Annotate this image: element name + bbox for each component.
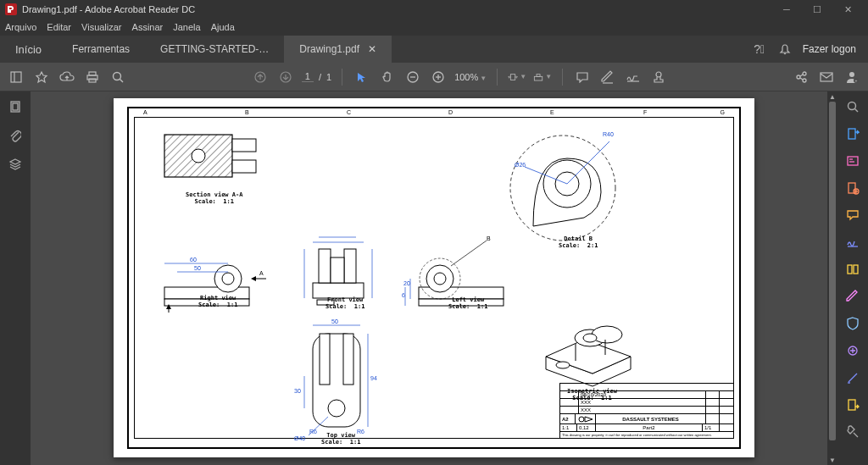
svg-rect-56 bbox=[319, 249, 331, 283]
menu-ajuda[interactable]: Ajuda bbox=[211, 22, 235, 32]
svg-point-44 bbox=[222, 273, 234, 285]
attachments-icon[interactable] bbox=[7, 127, 24, 144]
svg-rect-105 bbox=[848, 265, 852, 274]
more-tools-icon[interactable] bbox=[844, 423, 861, 440]
sign-icon[interactable] bbox=[624, 68, 643, 86]
export-pdf-icon[interactable] bbox=[844, 125, 861, 142]
thumbnails-icon[interactable] bbox=[7, 98, 24, 115]
sign-tool-icon[interactable] bbox=[844, 369, 861, 386]
pdf-page: A B C D E F G Section view A-A Scale: 1:… bbox=[114, 98, 754, 457]
svg-line-95 bbox=[855, 109, 859, 113]
bell-icon[interactable] bbox=[777, 42, 793, 57]
svg-text:B: B bbox=[487, 236, 491, 241]
tab-drawing1[interactable]: Drawing1.pdf✕ bbox=[284, 36, 392, 63]
organize-icon[interactable] bbox=[844, 261, 861, 278]
svg-rect-58 bbox=[331, 257, 344, 283]
menu-arquivo[interactable]: Arquivo bbox=[5, 22, 36, 32]
help-icon[interactable]: ?⃝ bbox=[752, 42, 767, 57]
svg-line-24 bbox=[800, 78, 803, 80]
cloud-upload-icon[interactable] bbox=[58, 68, 76, 86]
scrollbar-thumb[interactable] bbox=[829, 102, 836, 440]
page-down-icon[interactable] bbox=[276, 68, 295, 86]
svg-text:20: 20 bbox=[403, 280, 410, 286]
section-view-label: Section view A-A Scale: 1:1 bbox=[186, 192, 242, 205]
svg-rect-0 bbox=[11, 72, 21, 82]
svg-text:50: 50 bbox=[194, 265, 201, 271]
zoom-value[interactable]: 100%▼ bbox=[454, 72, 487, 82]
stamp-icon[interactable] bbox=[649, 68, 668, 86]
zoom-in-icon[interactable] bbox=[429, 68, 448, 86]
protect-icon[interactable] bbox=[844, 315, 861, 332]
svg-point-90 bbox=[592, 326, 622, 343]
close-window-button[interactable]: ✕ bbox=[832, 0, 863, 19]
svg-rect-15 bbox=[535, 76, 542, 80]
menu-assinar[interactable]: Assinar bbox=[132, 22, 164, 32]
maximize-button[interactable]: ☐ bbox=[802, 0, 832, 19]
svg-rect-97 bbox=[848, 157, 858, 165]
edit-pdf-icon[interactable] bbox=[844, 152, 861, 169]
search-icon[interactable] bbox=[108, 68, 127, 86]
window-title: Drawing1.pdf - Adobe Acrobat Reader DC bbox=[22, 4, 771, 14]
svg-marker-50 bbox=[251, 276, 256, 281]
print-icon[interactable] bbox=[83, 68, 102, 86]
sidebar-toggle-icon[interactable] bbox=[7, 68, 25, 86]
minimize-button[interactable]: ─ bbox=[771, 0, 802, 19]
vertical-scrollbar[interactable]: ▲ ▼ bbox=[827, 91, 837, 465]
svg-rect-25 bbox=[821, 73, 832, 81]
page-number[interactable]: 1 / 1 bbox=[302, 71, 331, 82]
share-icon[interactable] bbox=[792, 68, 810, 86]
tab-tools[interactable]: Ferramentas bbox=[57, 36, 145, 63]
zoom-out-icon[interactable] bbox=[403, 68, 422, 86]
scroll-up-icon[interactable]: ▲ bbox=[827, 91, 837, 102]
svg-text:30: 30 bbox=[294, 388, 301, 394]
comment-icon[interactable] bbox=[573, 68, 592, 86]
svg-point-20 bbox=[797, 75, 800, 79]
right-view-label: Right view Scale: 1:1 bbox=[198, 296, 237, 308]
menu-editar[interactable]: Editar bbox=[47, 22, 71, 32]
svg-point-67 bbox=[434, 273, 446, 285]
svg-line-6 bbox=[120, 79, 124, 82]
left-view-label: Left view Scale: 1:1 bbox=[448, 297, 487, 310]
svg-point-19 bbox=[656, 72, 661, 77]
comment-tool-icon[interactable] bbox=[844, 207, 861, 224]
star-icon[interactable] bbox=[32, 68, 51, 86]
cursor-icon[interactable] bbox=[353, 68, 371, 86]
hand-icon[interactable] bbox=[378, 68, 397, 86]
svg-text:R6: R6 bbox=[309, 429, 317, 435]
svg-rect-108 bbox=[849, 400, 855, 410]
mail-icon[interactable] bbox=[817, 68, 836, 86]
left-panel bbox=[0, 91, 31, 465]
person-icon[interactable]: + bbox=[843, 68, 861, 86]
svg-point-34 bbox=[192, 149, 205, 163]
detail-view: R40 Ø26 bbox=[491, 125, 635, 243]
svg-rect-96 bbox=[849, 129, 855, 139]
svg-text:+: + bbox=[855, 78, 858, 83]
redact-icon[interactable] bbox=[844, 288, 861, 305]
create-pdf-icon[interactable] bbox=[844, 180, 861, 197]
tab-getting-started[interactable]: GETTING-STARTED-… bbox=[145, 36, 284, 63]
svg-point-5 bbox=[114, 72, 121, 80]
menu-visualizar[interactable]: Visualizar bbox=[81, 22, 122, 32]
page-up-icon[interactable] bbox=[251, 68, 270, 86]
dim-r40: R40 bbox=[603, 131, 614, 137]
login-link[interactable]: Fazer logon bbox=[803, 43, 856, 55]
svg-rect-57 bbox=[344, 249, 356, 283]
layers-icon[interactable] bbox=[7, 156, 24, 173]
search-tool-icon[interactable] bbox=[844, 98, 861, 115]
highlight-icon[interactable] bbox=[598, 68, 617, 86]
menu-janela[interactable]: Janela bbox=[173, 22, 200, 32]
compress-icon[interactable] bbox=[844, 342, 861, 359]
svg-rect-77 bbox=[343, 334, 353, 385]
scroll-down-icon[interactable]: ▼ bbox=[827, 455, 837, 465]
front-view-label: Front view Scale: 1:1 bbox=[326, 297, 364, 310]
tab-close-icon[interactable]: ✕ bbox=[368, 43, 376, 55]
fill-sign-icon[interactable] bbox=[844, 234, 861, 251]
svg-line-23 bbox=[800, 75, 803, 76]
tab-home[interactable]: Início bbox=[0, 36, 57, 63]
page-display-icon[interactable]: ▼ bbox=[533, 68, 552, 86]
fit-width-icon[interactable]: ▼ bbox=[508, 68, 526, 86]
svg-point-21 bbox=[803, 72, 806, 75]
svg-point-78 bbox=[328, 400, 345, 417]
dim-d26: Ø26 bbox=[515, 162, 526, 168]
convert-icon[interactable] bbox=[844, 396, 861, 413]
